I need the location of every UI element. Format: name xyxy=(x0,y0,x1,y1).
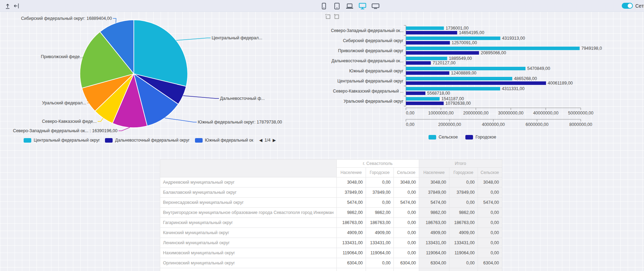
value-cell: 133431,00 xyxy=(419,238,449,248)
pie-chart: Центральный федерал...Дальневосточный ф.… xyxy=(0,11,309,151)
bar-urban[interactable] xyxy=(406,31,457,34)
pie-legend-item[interactable]: Дальневосточный федеральный округ xyxy=(105,138,189,143)
value-cell: 9862,00 xyxy=(419,208,449,218)
tablet-icon[interactable] xyxy=(333,2,341,10)
zoom-selection-icon[interactable] xyxy=(325,14,331,20)
axis-tick-label: 2000000,00 xyxy=(438,122,461,127)
pie-callout-line xyxy=(113,18,116,23)
value-cell: 6304,00 xyxy=(336,258,366,268)
pager-prev-icon[interactable]: ◀ xyxy=(259,138,262,142)
pie-callout-label: Дальневосточный ф... xyxy=(220,96,265,101)
bar-urban[interactable] xyxy=(406,61,431,65)
bar-value-label: 7949198,0 xyxy=(581,46,602,51)
bar-rural[interactable] xyxy=(406,57,447,60)
pager-next-icon[interactable]: ▶ xyxy=(272,138,276,142)
axis-tick-label: 4000000,00 xyxy=(482,122,505,127)
legend-label: Южный федеральный ок xyxy=(205,138,253,143)
value-cell: 186763,00 xyxy=(336,218,366,228)
collapse-left-icon[interactable] xyxy=(13,2,20,9)
pager-page-label: 1/4 xyxy=(264,138,270,143)
bar-rural[interactable] xyxy=(406,26,444,30)
axis-tick-label: 50000000,00 xyxy=(568,111,594,115)
top-toolbar: Сетка xyxy=(0,0,644,12)
value-cell: 6304,00 xyxy=(393,258,419,268)
value-cell: 4909,00 xyxy=(419,228,449,238)
bar-value-label: 4311331,00 xyxy=(502,86,524,91)
bar-urban[interactable] xyxy=(406,51,479,55)
bar-urban[interactable] xyxy=(406,91,425,95)
bar-category-label: Уральский федеральный округ xyxy=(344,99,404,104)
bar-value-label: 5568718,00 xyxy=(427,91,450,96)
value-cell: 0,00 xyxy=(478,248,502,258)
widescreen-icon[interactable] xyxy=(371,2,380,10)
value-cell: 186763,00 xyxy=(449,218,478,228)
row-name-cell: Терновский муниципальный округ xyxy=(160,268,337,271)
grid-toggle[interactable] xyxy=(622,3,633,9)
value-cell: 3048,00 xyxy=(393,177,419,188)
pie-callout-line xyxy=(119,128,130,131)
bar-urban[interactable] xyxy=(406,102,444,105)
smartphone-icon[interactable] xyxy=(320,2,328,10)
axis-tick-label: 8000000,00 xyxy=(569,122,592,127)
upload-icon[interactable] xyxy=(4,2,11,9)
legend-swatch xyxy=(195,138,203,143)
desktop-icon[interactable] xyxy=(358,2,367,10)
value-cell: 0,00 xyxy=(366,268,393,271)
table-row: Гагаринский муниципальный округ186763,00… xyxy=(160,218,502,228)
value-cell: 6304,00 xyxy=(478,258,502,268)
pie-callout-label: Центральный федерал... xyxy=(212,35,262,40)
row-name-cell: Ленинский муниципальный округ xyxy=(160,238,337,248)
table-row: Терновский муниципальный округ2427,000,0… xyxy=(160,268,502,271)
bar-urban[interactable] xyxy=(406,71,449,75)
bar-rural[interactable] xyxy=(406,87,500,90)
bar-value-label: 7120127,00 xyxy=(433,61,456,65)
table-row: Внутригородское муниципальное образовани… xyxy=(160,208,502,218)
value-cell: 0,00 xyxy=(393,228,419,238)
value-cell: 3048,00 xyxy=(419,177,449,188)
dashboard-canvas: Центральный федерал...Дальневосточный ф.… xyxy=(0,11,644,271)
value-cell: 186763,00 xyxy=(419,218,449,228)
value-cell: 5474,00 xyxy=(393,198,419,208)
value-cell: 3048,00 xyxy=(478,177,502,188)
table-column-header: Население xyxy=(336,168,366,177)
pie-legend-item[interactable]: Южный федеральный ок xyxy=(195,138,253,143)
toggle-knob xyxy=(628,3,632,8)
value-cell: 37849,00 xyxy=(366,188,393,198)
value-cell: 5474,00 xyxy=(419,198,449,208)
bar-rural[interactable] xyxy=(406,37,500,40)
value-cell: 6304,00 xyxy=(419,258,449,268)
legend-swatch xyxy=(24,138,31,143)
bar-urban[interactable] xyxy=(406,81,546,85)
value-cell: 4909,00 xyxy=(449,228,478,238)
row-name-cell: Внутригородское муниципальное образовани… xyxy=(160,208,337,218)
pie-callout-label: Уральский федерал... xyxy=(42,101,86,105)
data-table: г. СевастопольИтогоНаселениеГородскоеСел… xyxy=(160,159,502,271)
bar-legend-item[interactable]: Сельское xyxy=(429,135,458,140)
bar-rural[interactable] xyxy=(406,77,512,80)
value-cell: 9862,00 xyxy=(336,208,366,218)
bar-value-label: 10792638,00 xyxy=(446,101,471,106)
pie-legend-item[interactable]: Центральный федеральный округ xyxy=(24,138,100,143)
axis-tick-label: 0,00 xyxy=(406,122,414,127)
bar-legend-item[interactable]: Городское xyxy=(465,135,496,140)
value-cell: 0,00 xyxy=(478,208,502,218)
reset-zoom-icon[interactable] xyxy=(334,14,340,20)
value-cell: 119064,00 xyxy=(366,248,393,258)
bar-value-label: 12570091,00 xyxy=(451,40,477,45)
bar-legend: СельскоеГородское xyxy=(429,135,496,140)
bar-rural[interactable] xyxy=(406,67,525,70)
table-row: Балаклавский муниципальный округ37849,00… xyxy=(160,188,502,198)
value-cell: 2427,00 xyxy=(336,268,366,271)
bar-category-label: Центральный федеральный округ xyxy=(337,79,404,83)
legend-label: Сельское xyxy=(439,135,458,140)
laptop-icon[interactable] xyxy=(345,2,354,10)
bar-urban[interactable] xyxy=(406,41,450,45)
axis-tick-label: 40000000,00 xyxy=(533,111,559,115)
value-cell: 119064,00 xyxy=(336,248,366,258)
bar-rural[interactable] xyxy=(406,97,440,101)
row-name-cell: Качинский муниципальный округ xyxy=(160,228,337,238)
bar-rural[interactable] xyxy=(406,47,580,50)
value-cell: 0,00 xyxy=(366,198,393,208)
value-cell: 4909,00 xyxy=(366,228,393,238)
value-cell: 133431,00 xyxy=(366,238,393,248)
